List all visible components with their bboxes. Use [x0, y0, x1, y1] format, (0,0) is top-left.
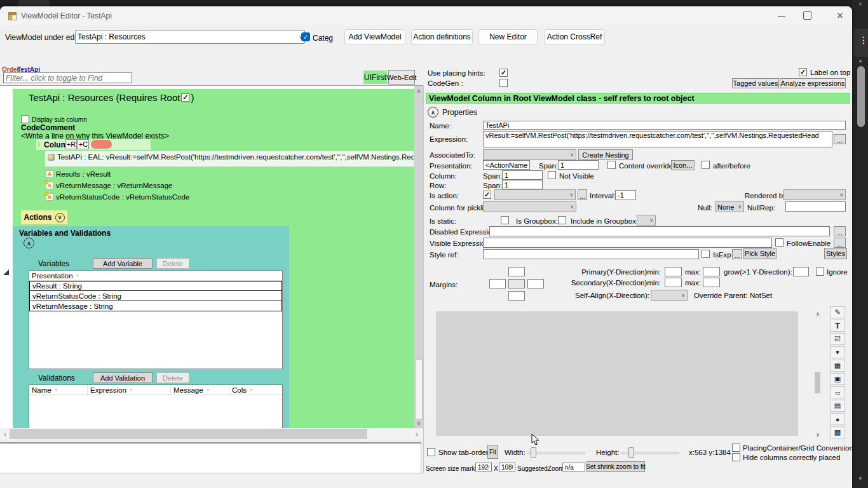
null-dropdown[interactable]: None∨: [715, 201, 744, 212]
splitter-collapse-icon[interactable]: [3, 269, 9, 275]
tree-item[interactable]: A vReturnStatusCode : vReturnStatusCode: [46, 193, 189, 201]
horizontal-scrollbar-thumb[interactable]: [10, 429, 367, 439]
column-status-pill[interactable]: [91, 140, 112, 149]
add-row-button[interactable]: +R: [65, 139, 77, 149]
tool-combobox-icon[interactable]: ▾: [830, 346, 845, 358]
include-in-groupbox-dropdown[interactable]: ∨: [637, 215, 656, 226]
tagged-values-button[interactable]: Tagged values: [732, 78, 779, 88]
tool-link-icon[interactable]: ▭: [830, 386, 845, 398]
tool-picture-icon[interactable]: ▩: [830, 426, 845, 438]
grow-input[interactable]: [793, 267, 809, 276]
name-input[interactable]: [483, 121, 846, 130]
is-static-checkbox[interactable]: [501, 216, 509, 224]
tree-vertical-scrollbar[interactable]: ∧ ∨: [414, 86, 423, 428]
fit-button[interactable]: Fit: [487, 445, 498, 459]
variables-table-header[interactable]: Presentation ▼: [29, 271, 282, 281]
maximize-button[interactable]: [803, 11, 811, 20]
tool-image-icon[interactable]: ▣: [830, 373, 845, 385]
scroll-up-icon[interactable]: ∧: [414, 87, 423, 95]
delete-validation-button[interactable]: Delete: [156, 372, 189, 383]
add-validation-button[interactable]: Add Validation: [93, 372, 153, 383]
side-scroll-up-icon[interactable]: ▲: [857, 57, 864, 65]
margin-right-input[interactable]: [527, 279, 544, 288]
delete-variable-button[interactable]: Delete: [156, 258, 189, 269]
side-scroll-down-icon[interactable]: ▼: [857, 475, 864, 483]
validations-col-message[interactable]: Message▼: [171, 385, 229, 395]
secondary-min-input[interactable]: [665, 278, 682, 287]
is-groupbox-checkbox[interactable]: [558, 216, 566, 224]
webedit-button[interactable]: Web-Edit: [388, 70, 415, 85]
actions-expander[interactable]: Actions ∨: [21, 210, 67, 224]
close-button[interactable]: ×: [827, 8, 853, 24]
add-variable-button[interactable]: Add Variable: [93, 258, 153, 269]
visible-expression-ellipsis-button[interactable]: ...: [834, 238, 846, 248]
width-slider-thumb[interactable]: [531, 447, 536, 458]
ignore-checkbox[interactable]: [816, 268, 824, 276]
scroll-left-icon[interactable]: ‹: [1, 430, 9, 438]
set-shrink-zoom-button[interactable]: Set shrink zoom to fit: [587, 461, 645, 472]
new-editor-button[interactable]: New Editor: [478, 29, 538, 44]
tree-horizontal-scrollbar[interactable]: ‹ ›: [0, 428, 423, 440]
action-crossref-button[interactable]: Action CrossRef: [544, 29, 605, 44]
self-align-dropdown[interactable]: ∨: [651, 290, 688, 301]
visible-expression-input[interactable]: [483, 238, 772, 248]
categ-checkbox[interactable]: ✓: [301, 32, 310, 41]
primary-max-input[interactable]: [703, 267, 720, 276]
after-before-checkbox[interactable]: [702, 161, 710, 169]
placing-conversion-checkbox[interactable]: [732, 444, 740, 452]
interval-input[interactable]: [615, 190, 636, 200]
not-visible-checkbox[interactable]: [548, 171, 556, 179]
disabled-expression-input[interactable]: [489, 226, 830, 236]
scroll-right-icon[interactable]: ›: [413, 430, 421, 438]
styles-button[interactable]: Styles: [824, 248, 847, 259]
presentation-input[interactable]: [483, 160, 530, 170]
filter-icon[interactable]: ▼: [206, 388, 210, 392]
table-row[interactable]: vReturnMessage : String: [29, 301, 282, 311]
create-nesting-button[interactable]: Create Nesting: [578, 149, 633, 160]
label-on-top-checkbox[interactable]: ✓: [799, 68, 807, 76]
expression-input[interactable]: vResult:=selfVM.RestPost('https://testmd…: [483, 131, 832, 147]
pick-style-button[interactable]: Pick Style: [743, 248, 776, 259]
icon-button[interactable]: Icon...: [671, 160, 695, 170]
expression-ellipsis-button[interactable]: ...: [834, 134, 846, 144]
add-viewmodel-button[interactable]: Add ViewModel: [344, 29, 405, 44]
tool-checkbox-icon[interactable]: ☑: [830, 333, 845, 345]
margin-left-input[interactable]: [489, 279, 506, 288]
kebab-menu-icon[interactable]: ⋮: [859, 35, 868, 45]
display-sub-column-checkbox[interactable]: [21, 115, 29, 123]
show-tab-order-checkbox[interactable]: [427, 448, 435, 456]
analyze-expressions-button[interactable]: Analyze expressions: [780, 78, 846, 88]
presentation-span-input[interactable]: [558, 160, 599, 170]
screen-width-input[interactable]: [475, 463, 492, 471]
tool-globe-icon[interactable]: ●: [830, 413, 845, 425]
tree-item-selected[interactable]: TestAPi : EAL: vResult:=selfVM.RestPost(…: [44, 151, 414, 167]
tool-notes-icon[interactable]: ▤: [830, 400, 845, 412]
associatedto-dropdown[interactable]: ∨: [483, 149, 576, 160]
nullrep-input[interactable]: [785, 201, 846, 212]
side-close-icon[interactable]: ×: [856, 0, 865, 8]
tool-text-icon[interactable]: T: [830, 320, 845, 332]
tree-item[interactable]: A Results : vResult: [46, 170, 111, 178]
side-scrollbar-thumb[interactable]: [857, 66, 865, 127]
row-span-input[interactable]: [502, 180, 543, 189]
codegen-checkbox[interactable]: [499, 79, 508, 87]
filter-icon[interactable]: ▼: [249, 388, 254, 392]
tree-item[interactable]: A vReturnMessage : vReturnMessage: [46, 182, 172, 189]
properties-collapse-icon[interactable]: ∧: [428, 107, 438, 118]
picklist-dropdown[interactable]: ∨: [483, 201, 576, 212]
table-row[interactable]: vResult : String: [29, 281, 282, 291]
suggested-zoom-input[interactable]: [562, 463, 585, 471]
margin-bottom-input[interactable]: [508, 291, 525, 301]
side-tab[interactable]: ⋮: [853, 29, 868, 57]
uifirst-toggle[interactable]: UIFirst: [363, 71, 387, 84]
preview-scrollbar-thumb[interactable]: [815, 372, 820, 393]
filter-icon[interactable]: ▼: [76, 273, 80, 278]
collapse-chevron-up-icon[interactable]: ∧: [24, 238, 34, 248]
rendered-by-dropdown[interactable]: ∨: [783, 189, 846, 200]
filter-input[interactable]: [3, 72, 132, 83]
style-ref-ellipsis-button[interactable]: ...: [732, 249, 742, 259]
scroll-down-icon[interactable]: ∨: [415, 419, 423, 427]
height-slider-thumb[interactable]: [628, 447, 634, 458]
is-action-dropdown[interactable]: ∨: [494, 189, 576, 200]
style-ref-input[interactable]: [483, 249, 699, 259]
